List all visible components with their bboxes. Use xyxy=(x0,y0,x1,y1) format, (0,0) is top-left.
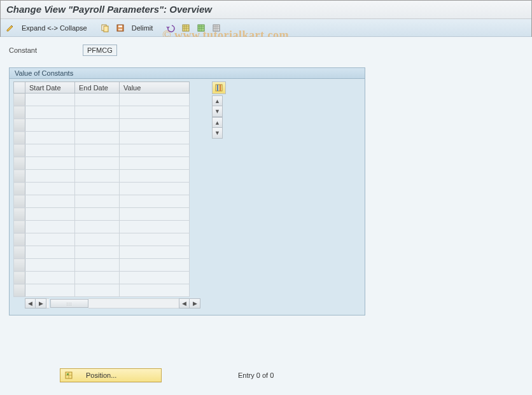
cell-value[interactable] xyxy=(120,170,190,183)
col-end-date[interactable]: End Date xyxy=(75,82,120,94)
cell-value[interactable] xyxy=(120,233,190,246)
cell-start-date[interactable] xyxy=(25,259,75,272)
row-selector[interactable] xyxy=(14,284,25,297)
undo-icon[interactable] xyxy=(165,23,176,33)
table-row[interactable] xyxy=(14,94,190,106)
table-row[interactable] xyxy=(14,106,190,119)
constants-table[interactable]: Start Date End Date Value xyxy=(13,81,190,297)
cell-value[interactable] xyxy=(120,259,190,272)
table-row[interactable] xyxy=(14,272,190,284)
save-icon[interactable] xyxy=(115,23,125,33)
expand-collapse-button[interactable]: Expand <-> Collapse xyxy=(20,23,88,33)
cell-value[interactable] xyxy=(120,132,190,144)
cell-end-date[interactable] xyxy=(75,170,120,183)
table-row[interactable] xyxy=(14,157,190,170)
cell-start-date[interactable] xyxy=(25,195,75,208)
cell-value[interactable] xyxy=(120,195,190,208)
vertical-scrollbar[interactable]: ▲ ▼ ▲ ▼ xyxy=(212,95,223,139)
cell-value[interactable] xyxy=(120,221,190,233)
row-selector[interactable] xyxy=(14,157,25,170)
table-row[interactable] xyxy=(14,119,190,132)
cell-start-date[interactable] xyxy=(25,132,75,144)
row-selector[interactable] xyxy=(14,132,25,144)
row-selector[interactable] xyxy=(14,259,25,272)
row-selector[interactable] xyxy=(14,221,25,233)
horizontal-scrollbar[interactable]: ◀ ▶ ::: ◀ ▶ xyxy=(13,298,226,308)
row-selector[interactable] xyxy=(14,195,25,208)
table-row[interactable] xyxy=(14,195,190,208)
cell-end-date[interactable] xyxy=(75,119,120,132)
position-button[interactable]: Position... xyxy=(60,368,162,382)
cell-start-date[interactable] xyxy=(25,272,75,284)
cell-end-date[interactable] xyxy=(75,284,120,297)
select-all-icon[interactable] xyxy=(181,23,191,33)
cell-end-date[interactable] xyxy=(75,246,120,259)
cell-end-date[interactable] xyxy=(75,221,120,233)
col-value[interactable]: Value xyxy=(120,82,190,94)
row-selector[interactable] xyxy=(14,183,25,195)
cell-value[interactable] xyxy=(120,272,190,284)
row-selector[interactable] xyxy=(14,119,25,132)
cell-value[interactable] xyxy=(120,94,190,106)
cell-start-date[interactable] xyxy=(25,221,75,233)
table-row[interactable] xyxy=(14,132,190,144)
cell-start-date[interactable] xyxy=(25,119,75,132)
change-icon[interactable] xyxy=(5,23,15,33)
select-block-icon[interactable] xyxy=(196,23,206,33)
cell-start-date[interactable] xyxy=(25,284,75,297)
cell-end-date[interactable] xyxy=(75,259,120,272)
cell-value[interactable] xyxy=(120,157,190,170)
table-row[interactable] xyxy=(14,246,190,259)
cell-value[interactable] xyxy=(120,144,190,157)
cell-end-date[interactable] xyxy=(75,208,120,221)
cell-start-date[interactable] xyxy=(25,94,75,106)
scroll-right-step-icon[interactable]: ▶ xyxy=(36,298,46,308)
deselect-all-icon[interactable] xyxy=(211,23,221,33)
cell-start-date[interactable] xyxy=(25,233,75,246)
row-selector[interactable] xyxy=(14,94,25,106)
scroll-down-step-icon[interactable]: ▼ xyxy=(212,106,223,117)
cell-end-date[interactable] xyxy=(75,144,120,157)
row-selector[interactable] xyxy=(14,170,25,183)
delimit-button[interactable]: Delimit xyxy=(130,23,155,33)
cell-value[interactable] xyxy=(120,106,190,119)
table-row[interactable] xyxy=(14,221,190,233)
scroll-down-icon[interactable]: ▼ xyxy=(212,128,223,139)
table-row[interactable] xyxy=(14,208,190,221)
scroll-up-step-icon[interactable]: ▲ xyxy=(212,117,223,128)
cell-value[interactable] xyxy=(120,119,190,132)
scroll-right-icon[interactable]: ▶ xyxy=(190,298,200,308)
cell-end-date[interactable] xyxy=(75,106,120,119)
cell-end-date[interactable] xyxy=(75,94,120,106)
cell-start-date[interactable] xyxy=(25,157,75,170)
row-selector[interactable] xyxy=(14,272,25,284)
scroll-up-icon[interactable]: ▲ xyxy=(212,95,223,106)
col-start-date[interactable]: Start Date xyxy=(25,82,75,94)
cell-start-date[interactable] xyxy=(25,208,75,221)
cell-value[interactable] xyxy=(120,246,190,259)
copy-icon[interactable] xyxy=(100,23,110,33)
cell-start-date[interactable] xyxy=(25,246,75,259)
table-row[interactable] xyxy=(14,170,190,183)
cell-value[interactable] xyxy=(120,183,190,195)
cell-start-date[interactable] xyxy=(25,144,75,157)
cell-start-date[interactable] xyxy=(25,170,75,183)
table-row[interactable] xyxy=(14,259,190,272)
row-selector[interactable] xyxy=(14,208,25,221)
row-selector-header[interactable] xyxy=(14,82,25,94)
cell-start-date[interactable] xyxy=(25,183,75,195)
cell-start-date[interactable] xyxy=(25,106,75,119)
scroll-left-step-icon[interactable]: ◀ xyxy=(179,298,190,308)
cell-end-date[interactable] xyxy=(75,233,120,246)
cell-end-date[interactable] xyxy=(75,132,120,144)
row-selector[interactable] xyxy=(14,144,25,157)
cell-end-date[interactable] xyxy=(75,272,120,284)
row-selector[interactable] xyxy=(14,246,25,259)
cell-end-date[interactable] xyxy=(75,195,120,208)
scroll-left-icon[interactable]: ◀ xyxy=(25,298,36,308)
table-row[interactable] xyxy=(14,233,190,246)
table-row[interactable] xyxy=(14,144,190,157)
cell-end-date[interactable] xyxy=(75,157,120,170)
table-row[interactable] xyxy=(14,183,190,195)
row-selector[interactable] xyxy=(14,233,25,246)
